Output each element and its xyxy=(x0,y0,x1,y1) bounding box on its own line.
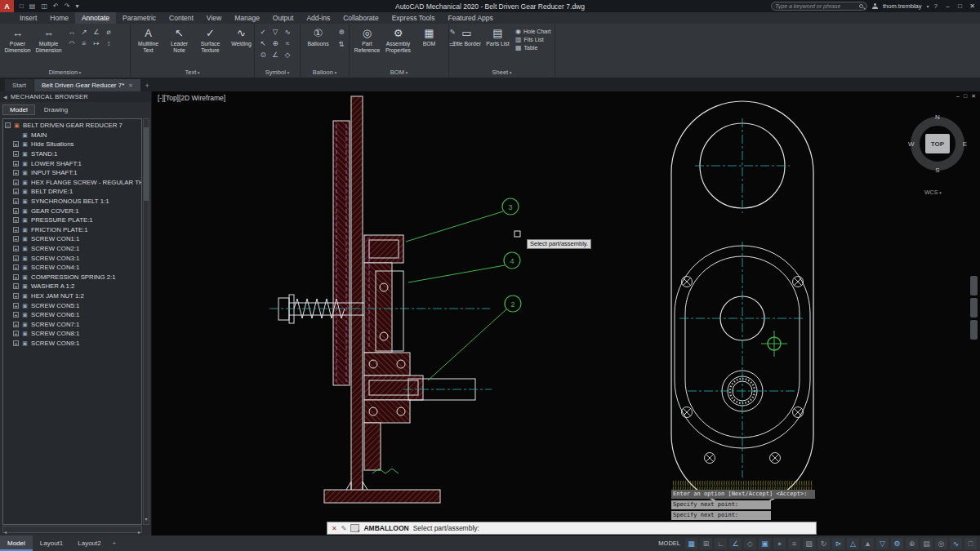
parts-list-button[interactable]: ▤Parts List xyxy=(483,25,513,54)
scroll-left-icon[interactable] xyxy=(4,522,7,537)
tree-item[interactable]: + WASHER A 1:2 xyxy=(5,282,141,291)
file-tab-start[interactable]: Start xyxy=(5,79,33,91)
part-reference-button[interactable]: ◎Part Reference xyxy=(352,25,382,54)
tree-item[interactable]: + SCREW CON6:1 xyxy=(5,310,141,320)
open-file-icon[interactable]: ▤ xyxy=(27,0,38,12)
welding-button[interactable]: ∿Welding xyxy=(226,25,256,54)
anchored-palette-tabs[interactable] xyxy=(970,276,978,340)
simple-leader-icon[interactable]: ↖ xyxy=(257,38,269,49)
tree-item[interactable]: + SCREW CON7:1 xyxy=(5,319,141,329)
symmetric-dimension-icon[interactable]: ↕ xyxy=(103,38,114,49)
cad-drawing[interactable]: 3 4 2 ((((((((((((((((((((((((((((((((((… xyxy=(152,91,980,535)
new-drawing-tab-button[interactable] xyxy=(141,79,154,91)
aligned-dimension-icon[interactable]: ↗ xyxy=(78,27,90,38)
viewport-restore-icon[interactable]: □ xyxy=(964,93,967,100)
fits-list-item[interactable]: ▥Fits List xyxy=(515,36,550,43)
minimize-icon[interactable]: – xyxy=(942,0,953,12)
viewport-minimize-icon[interactable]: – xyxy=(956,93,960,100)
expander-icon[interactable]: + xyxy=(13,141,19,147)
lineweight-icon[interactable]: ≡ xyxy=(788,538,800,549)
selection-cycling-icon[interactable]: ↻ xyxy=(817,538,830,549)
radius-dimension-icon[interactable]: ◠ xyxy=(66,38,78,49)
tree-item[interactable]: + Hide Situations xyxy=(5,140,141,149)
expander-icon[interactable]: + xyxy=(13,331,19,336)
ortho-icon[interactable]: ∟ xyxy=(715,538,727,549)
annotation-visibility-icon[interactable]: △ xyxy=(847,538,859,549)
tree-item[interactable]: MAIN xyxy=(5,131,141,140)
multiple-dimension-button[interactable]: ⇔Multiple Dimension xyxy=(33,25,64,54)
expander-icon[interactable]: + xyxy=(13,208,19,214)
ribbon-tab[interactable]: Parametric xyxy=(116,12,163,24)
close-icon[interactable]: ✕ xyxy=(967,0,978,12)
panel-title-bom[interactable]: BOM xyxy=(350,68,448,78)
browser-tab[interactable]: Model xyxy=(2,104,35,115)
file-tab-close-icon[interactable] xyxy=(128,82,132,89)
quick-properties-icon[interactable]: ▤ xyxy=(920,538,933,549)
expander-icon[interactable]: + xyxy=(13,303,19,309)
weld-symbol-icon[interactable]: ∿ xyxy=(282,27,293,38)
tree-item[interactable]: + SCREW CON8:1 xyxy=(5,329,141,339)
tree-item[interactable]: + SCREW CON5:1 xyxy=(5,300,141,310)
tree-item[interactable]: + SCREW CON3:1 xyxy=(5,253,141,263)
isodraft-icon[interactable]: ◇ xyxy=(744,538,756,549)
graphics-performance-icon[interactable]: ∿ xyxy=(950,538,962,549)
new-layout-button[interactable] xyxy=(109,540,120,547)
signed-in-user[interactable]: thom.tremblay xyxy=(883,2,922,10)
object-track-icon[interactable]: ⌖ xyxy=(773,538,786,549)
compass-north[interactable]: N xyxy=(935,113,940,121)
ribbon-tab[interactable]: Express Tools xyxy=(385,12,442,24)
drawing-area[interactable]: 3 4 2 ((((((((((((((((((((((((((((((((((… xyxy=(152,91,980,535)
compass-south[interactable]: S xyxy=(935,167,939,174)
tree-item[interactable]: + FRICTION PLATE:1 xyxy=(5,225,141,235)
center-hole-icon[interactable]: ⊕ xyxy=(270,38,281,49)
viewcube-top-face[interactable]: TOP xyxy=(925,134,950,153)
tree-item[interactable]: + SCREW CON4:1 xyxy=(5,263,141,273)
expander-icon[interactable]: + xyxy=(13,170,19,176)
expander-icon[interactable]: + xyxy=(13,274,19,280)
wcs-selector[interactable]: WCS xyxy=(924,189,942,195)
recent-commands-icon[interactable] xyxy=(350,524,359,532)
compass-west[interactable]: W xyxy=(908,140,915,148)
panel-title-sheet[interactable]: Sheet xyxy=(449,68,555,78)
viewport-controls[interactable]: [-][Top][2D Wireframe] xyxy=(158,94,225,102)
tree-item[interactable]: + HEX JAM NUT 1:2 xyxy=(5,291,141,301)
layout-tab[interactable]: Layout2 xyxy=(70,535,108,551)
scroll-down-icon[interactable] xyxy=(145,509,147,524)
transparency-icon[interactable]: ▨ xyxy=(803,538,815,549)
help-icon[interactable]: ? xyxy=(934,2,938,10)
ribbon-tab[interactable]: Add-ins xyxy=(300,12,336,24)
clean-screen-icon[interactable]: □ xyxy=(964,538,977,549)
polar-tracking-icon[interactable]: ∠ xyxy=(729,538,742,549)
table-item[interactable]: ▦Table xyxy=(515,44,550,51)
tree-item[interactable]: + LOWER SHAFT:1 xyxy=(5,158,141,168)
multiline-text-button[interactable]: AMultiline Text xyxy=(133,25,163,54)
panel-title-text[interactable]: Text xyxy=(131,68,254,78)
power-dimension-button[interactable]: ↔Power Dimension xyxy=(2,25,33,54)
scroll-thumb[interactable] xyxy=(144,127,149,201)
expander-icon[interactable]: + xyxy=(13,340,19,346)
ribbon-tab[interactable]: View xyxy=(200,12,228,24)
palette-tab[interactable] xyxy=(970,298,978,318)
tree-item[interactable]: + INPUT SHAFT:1 xyxy=(5,168,141,178)
tree-item[interactable]: + SYNCHRONOUS BELT 1:1 xyxy=(5,197,141,207)
ribbon-tab[interactable]: Content xyxy=(163,12,200,24)
balloon-renumber-icon[interactable]: ⊛ xyxy=(336,27,347,38)
leader-note-button[interactable]: ↖Leader Note xyxy=(164,25,194,54)
panel-title-symbol[interactable]: Symbol xyxy=(255,68,300,78)
user-avatar-icon[interactable] xyxy=(872,3,878,9)
collapse-panel-icon[interactable] xyxy=(3,93,7,100)
linear-dimension-icon[interactable]: ↔ xyxy=(66,27,78,38)
ribbon-tab[interactable]: Insert xyxy=(13,12,43,24)
save-icon[interactable]: ◫ xyxy=(38,0,50,12)
model-space-label[interactable]: MODEL xyxy=(658,540,680,547)
ribbon-tab[interactable]: Annotate xyxy=(75,12,116,24)
expander-icon[interactable]: + xyxy=(13,246,19,251)
baseline-dimension-icon[interactable]: ≡ xyxy=(78,38,90,49)
balloon-4[interactable]: 4 xyxy=(504,252,520,269)
user-menu-caret-icon[interactable]: ▾ xyxy=(927,3,929,9)
autoscale-icon[interactable]: ▲ xyxy=(862,538,874,549)
balloon-2[interactable]: 2 xyxy=(505,295,521,312)
workspace-dropdown-icon[interactable]: ▾ xyxy=(73,0,81,12)
ribbon-tab[interactable]: Home xyxy=(43,12,75,24)
ribbon-tab[interactable]: Collaborate xyxy=(336,12,385,24)
